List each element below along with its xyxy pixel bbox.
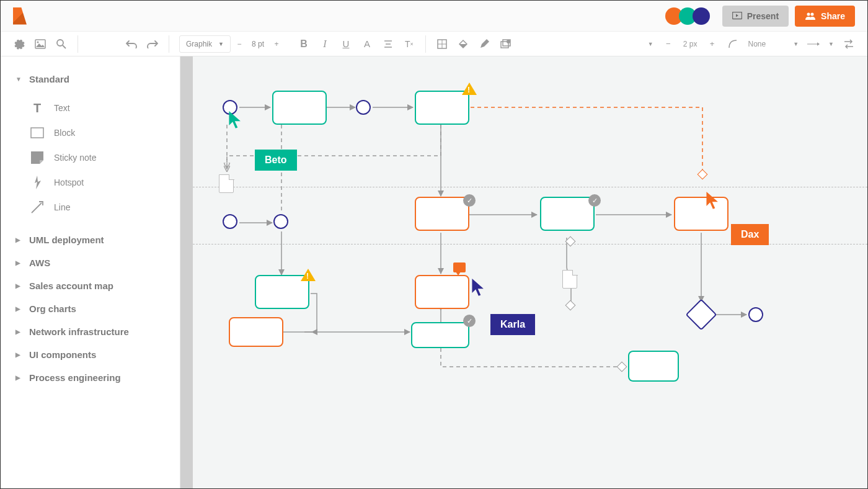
chevron-down-icon: ▼ — [16, 76, 22, 83]
present-button[interactable]: Present — [722, 6, 789, 27]
layers-icon[interactable] — [499, 38, 512, 50]
decrease-border-icon[interactable]: − — [662, 38, 675, 50]
category-label: Standard — [29, 74, 69, 84]
increase-font-icon[interactable]: + — [270, 38, 283, 50]
arrow-style-icon[interactable] — [807, 38, 820, 50]
increase-border-icon[interactable]: + — [706, 38, 718, 50]
comment-icon[interactable] — [453, 262, 466, 272]
flow-node[interactable] — [415, 275, 469, 309]
shape-label: Text — [54, 103, 70, 113]
check-badge: ✓ — [463, 194, 476, 207]
user-tag-beto: Beto — [255, 150, 297, 171]
italic-icon[interactable]: I — [319, 38, 331, 50]
shape-text[interactable]: T Text — [1, 96, 180, 120]
chevron-right-icon: ▶ — [16, 328, 22, 335]
svg-point-4 — [37, 41, 39, 43]
shape-block[interactable]: Block — [1, 120, 180, 145]
hotspot-icon — [30, 176, 44, 189]
flow-node[interactable] — [272, 91, 327, 125]
redo-icon[interactable] — [146, 38, 159, 50]
svg-line-6 — [63, 45, 66, 48]
ruler-vertical — [180, 56, 193, 488]
chevron-down-icon: ▼ — [218, 41, 224, 47]
category-ui[interactable]: ▶UI components — [1, 343, 180, 366]
search-icon[interactable] — [55, 38, 68, 50]
collaborator-avatars — [669, 7, 710, 25]
category-network[interactable]: ▶Network infrastructure — [1, 320, 180, 343]
flow-node[interactable] — [628, 351, 679, 382]
image-icon[interactable] — [34, 38, 46, 50]
sticky-icon — [30, 151, 44, 164]
check-badge: ✓ — [463, 315, 476, 327]
category-label: UI components — [29, 349, 96, 360]
decrease-font-icon[interactable]: − — [233, 38, 246, 50]
user-cursor-beto — [229, 111, 244, 130]
category-uml[interactable]: ▶UML deployment — [1, 228, 180, 251]
chevron-down-icon[interactable]: ▼ — [828, 41, 834, 47]
document-icon[interactable] — [219, 174, 234, 193]
underline-icon[interactable]: U — [340, 38, 352, 50]
pencil-icon[interactable] — [478, 38, 490, 50]
clear-format-icon[interactable]: T× — [403, 38, 415, 50]
warning-badge — [462, 83, 477, 95]
category-label: UML deployment — [29, 235, 104, 245]
shape-fill-icon[interactable] — [436, 38, 448, 50]
category-process[interactable]: ▶Process engineering — [1, 366, 180, 389]
shape-label: Hotspot — [54, 177, 84, 187]
shape-label: Sticky note — [54, 153, 96, 163]
line-style-value: None — [748, 40, 766, 48]
share-label: Share — [821, 11, 845, 21]
block-icon — [30, 126, 44, 140]
category-sales[interactable]: ▶Sales account map — [1, 274, 180, 297]
fill-bucket-icon[interactable] — [457, 38, 469, 50]
shape-hotspot[interactable]: Hotspot — [1, 170, 180, 195]
logo[interactable] — [13, 7, 27, 25]
avatar[interactable] — [693, 7, 710, 25]
category-org[interactable]: ▶Org charts — [1, 297, 180, 320]
category-aws[interactable]: ▶AWS — [1, 251, 180, 274]
chevron-down-icon[interactable]: ▼ — [648, 41, 653, 47]
bold-icon[interactable]: B — [298, 38, 310, 50]
user-cursor-dax — [706, 192, 721, 210]
present-label: Present — [747, 11, 779, 21]
chevron-right-icon: ▶ — [16, 374, 22, 381]
user-cursor-karla — [472, 279, 487, 297]
border-width-value: 2 px — [683, 40, 698, 48]
chevron-down-icon[interactable]: ▼ — [793, 41, 799, 47]
share-button[interactable]: Share — [795, 6, 855, 27]
text-color-icon[interactable]: A — [361, 38, 373, 50]
font-family-value: Graphik — [186, 40, 212, 48]
chevron-right-icon: ▶ — [16, 351, 22, 358]
align-icon[interactable] — [382, 38, 394, 50]
svg-point-2 — [811, 12, 814, 16]
flow-node[interactable] — [411, 322, 469, 348]
document-icon[interactable] — [562, 270, 577, 289]
flow-node[interactable] — [415, 91, 469, 125]
text-icon: T — [30, 101, 44, 115]
shape-line[interactable]: Line — [1, 195, 180, 220]
flow-node[interactable] — [540, 197, 595, 231]
category-label: Process engineering — [29, 372, 121, 383]
flow-node[interactable] — [229, 317, 283, 347]
user-tag-karla: Karla — [490, 314, 535, 335]
svg-point-5 — [57, 40, 63, 46]
end-node[interactable] — [748, 307, 763, 322]
category-standard[interactable]: ▼ Standard — [1, 68, 180, 91]
canvas-area[interactable]: ✓ ✓ ✓ — [180, 56, 867, 488]
line-shape-icon[interactable] — [727, 38, 739, 50]
shape-label: Line — [54, 202, 70, 212]
undo-icon[interactable] — [125, 38, 138, 50]
font-family-select[interactable]: Graphik ▼ — [179, 35, 231, 53]
font-size-value: 8 pt — [252, 40, 264, 48]
category-label: Org charts — [29, 303, 76, 314]
chevron-right-icon: ▶ — [16, 259, 22, 266]
swap-arrows-icon[interactable] — [843, 38, 855, 50]
gateway-node[interactable] — [273, 214, 288, 229]
shape-sticky[interactable]: Sticky note — [1, 145, 180, 170]
play-icon — [732, 12, 742, 20]
svg-line-18 — [32, 203, 42, 213]
start-node[interactable] — [223, 214, 237, 229]
gateway-node[interactable] — [356, 100, 371, 115]
flow-node[interactable] — [415, 197, 469, 231]
gear-icon[interactable] — [13, 38, 25, 50]
